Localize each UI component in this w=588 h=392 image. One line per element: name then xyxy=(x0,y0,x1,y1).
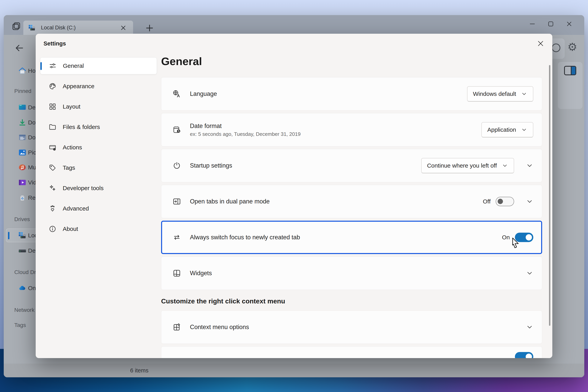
tab-title: Local Disk (C:) xyxy=(41,25,76,31)
sidebar-section-pinned: Pinned xyxy=(14,88,31,94)
maximize-button[interactable] xyxy=(542,18,560,30)
back-button[interactable] xyxy=(14,42,25,54)
advanced-icon xyxy=(48,204,57,213)
chevron-down-icon xyxy=(521,126,528,133)
music-icon xyxy=(18,163,27,172)
swap-arrows-icon xyxy=(172,233,181,242)
language-dropdown[interactable]: Windows default xyxy=(467,86,533,102)
row-label: Always switch focus to newly created tab xyxy=(190,234,300,241)
svg-text:♻: ♻ xyxy=(21,197,24,200)
tab-local-disk[interactable]: Local Disk (C:) xyxy=(23,20,133,35)
row-label: Startup settings xyxy=(190,162,232,169)
expand-chevron-icon[interactable] xyxy=(526,324,533,331)
window-controls xyxy=(523,18,578,30)
settings-row-dual-pane: Open tabs in dual pane mode Off xyxy=(161,185,542,218)
context-menu-icon xyxy=(172,322,181,332)
settings-nav-actions[interactable]: Actions xyxy=(40,139,157,156)
settings-row-date-format: Date format ex: 5 seconds ago, Tuesday, … xyxy=(161,113,542,146)
page-title: General xyxy=(161,55,202,68)
translate-icon xyxy=(172,90,181,98)
row-label: Open tabs in dual pane mode xyxy=(190,198,270,205)
settings-row-startup: Startup settings Continue where you left… xyxy=(161,149,542,182)
dialog-title: Settings xyxy=(44,40,66,47)
search-icon xyxy=(552,44,560,52)
row-label: Context menu options xyxy=(190,324,249,331)
pictures-icon xyxy=(18,148,27,157)
local-disk-icon xyxy=(18,231,27,240)
settings-row-language: Language Windows default xyxy=(161,77,542,110)
sidebar-section-tags[interactable]: Tags xyxy=(14,322,26,328)
toggle-state-label: Off xyxy=(483,198,490,205)
mouse-cursor xyxy=(510,237,520,250)
sliders-icon xyxy=(48,62,57,70)
new-tab-button[interactable] xyxy=(144,23,155,33)
dialog-close-icon[interactable] xyxy=(536,39,545,48)
dev-drive-icon xyxy=(18,246,27,255)
partial-row-toggle[interactable] xyxy=(515,352,533,358)
tab-close-icon[interactable] xyxy=(119,24,128,32)
explorer-titlebar: Local Disk (C:) xyxy=(4,15,584,35)
sidebar-selected-pill xyxy=(8,232,10,239)
videos-icon xyxy=(18,178,27,187)
local-disk-icon xyxy=(28,24,36,32)
keyboard-gear-icon xyxy=(48,143,57,152)
downloads-icon xyxy=(18,118,27,127)
widgets-icon xyxy=(172,269,181,278)
expand-chevron-icon[interactable] xyxy=(526,270,533,277)
toggle-state-label: On xyxy=(502,234,510,241)
sidebar-toggle-icon[interactable] xyxy=(11,21,21,32)
settings-row-partial xyxy=(161,346,542,358)
dual-pane-icon xyxy=(172,197,181,206)
sidebar-section-network[interactable]: Network xyxy=(14,307,34,313)
power-icon xyxy=(172,161,181,170)
expand-chevron-icon[interactable] xyxy=(526,162,533,169)
row-label: Date format xyxy=(190,122,301,130)
info-icon xyxy=(48,225,57,233)
desktop-icon xyxy=(18,103,27,112)
dual-pane-toggle[interactable] xyxy=(496,197,514,206)
settings-row-context-menu: Context menu options xyxy=(161,310,542,344)
settings-nav-tags[interactable]: Tags xyxy=(40,159,157,176)
settings-row-widgets: Widgets xyxy=(161,256,542,290)
tag-icon xyxy=(48,164,57,172)
chevron-down-icon xyxy=(521,90,528,97)
documents-icon xyxy=(18,133,27,142)
row-label: Language xyxy=(190,90,217,98)
dialog-scrollbar[interactable] xyxy=(549,65,550,326)
settings-nav-layout[interactable]: Layout xyxy=(40,98,157,115)
settings-row-switch-focus: Always switch focus to newly created tab… xyxy=(161,221,542,254)
items-count: 6 items xyxy=(130,367,148,374)
startup-dropdown[interactable]: Continue where you left off xyxy=(421,158,514,173)
settings-nav-general[interactable]: General xyxy=(40,58,157,74)
sidebar-section-drives: Drives xyxy=(14,216,30,222)
recycle-bin-icon: ♻ xyxy=(18,194,27,202)
preview-pane-icon xyxy=(564,66,576,75)
settings-nav-about[interactable]: About xyxy=(40,220,157,237)
row-sublabel: ex: 5 seconds ago, Tuesday, December 31,… xyxy=(190,131,301,137)
folder-icon xyxy=(48,123,57,131)
details-pane-card[interactable] xyxy=(558,62,582,109)
minimize-button[interactable] xyxy=(523,18,542,30)
settings-nav-appearance[interactable]: Appearance xyxy=(40,78,157,95)
settings-gear-icon[interactable]: ⚙ xyxy=(568,40,577,53)
date-format-dropdown[interactable]: Application xyxy=(482,122,533,138)
palette-icon xyxy=(48,82,57,90)
chevron-down-icon xyxy=(502,162,508,169)
expand-chevron-icon[interactable] xyxy=(526,198,533,205)
settings-nav-files-folders[interactable]: Files & folders xyxy=(40,118,157,136)
close-window-button[interactable] xyxy=(560,18,578,30)
settings-dialog: Settings General Appearance Layout Files… xyxy=(36,34,552,358)
row-label: Widgets xyxy=(190,270,212,277)
section-heading: Customize the right click context menu xyxy=(161,297,285,305)
home-icon xyxy=(18,66,27,75)
sparkles-icon xyxy=(48,184,57,192)
status-bar: 6 items xyxy=(4,364,584,377)
settings-nav-advanced[interactable]: Advanced xyxy=(40,200,157,217)
onedrive-icon xyxy=(18,284,27,292)
calendar-clock-icon xyxy=(172,125,181,134)
settings-nav-developer-tools[interactable]: Developer tools xyxy=(40,180,157,196)
grid-icon xyxy=(48,102,57,111)
